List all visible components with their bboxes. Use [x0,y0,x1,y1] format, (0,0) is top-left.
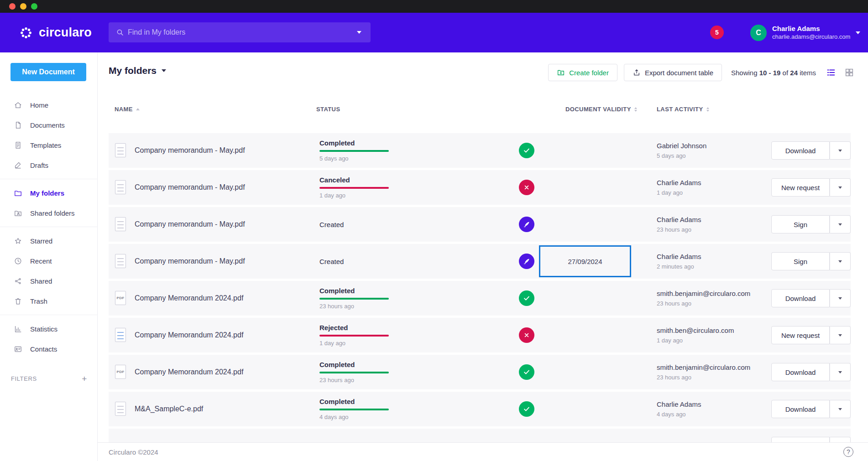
document-validity-cell[interactable] [539,319,631,351]
status-cell: Completed 5 days ago [319,133,389,168]
row-action-button[interactable]: New request [771,326,830,344]
user-menu[interactable]: C Charlie Adams charlie.adams@circularo.… [750,25,860,41]
new-document-button[interactable]: New Document [10,63,86,81]
chevron-down-icon [838,260,842,263]
notification-badge[interactable]: 5 [710,26,724,39]
templates-icon [14,141,22,150]
chevron-down-icon [838,186,842,189]
sidebar-item-statistics[interactable]: Statistics [0,319,97,339]
row-action-dropdown[interactable] [830,178,851,197]
column-header-last-activity[interactable]: LAST ACTIVITY [657,106,709,113]
sidebar-item-shared-folders[interactable]: Shared folders [0,203,97,223]
sidebar-item-home[interactable]: Home [0,95,97,115]
document-validity-cell[interactable] [539,393,631,425]
filters-section: FILTERS + [11,374,87,383]
table-row[interactable]: Company memorandum - May.pdf Created 27/… [109,244,851,279]
row-action-dropdown[interactable] [830,400,851,418]
search-input[interactable] [124,28,348,36]
list-view-button[interactable] [826,67,836,78]
sidebar-item-documents[interactable]: Documents [0,115,97,135]
list-view-icon [826,67,836,78]
document-validity-cell-selected[interactable]: 27/09/2024 [539,245,631,277]
sidebar-item-shared[interactable]: Shared [0,271,97,291]
row-action-button[interactable]: Download [771,363,830,381]
row-action-dropdown[interactable] [830,215,851,233]
sidebar-item-contacts[interactable]: Contacts [0,339,97,359]
row-action-dropdown[interactable] [830,141,851,160]
sign-status-badge-icon [519,217,534,232]
table-row[interactable]: PDF Company Memorandum 2024.pdf Complete… [109,281,851,316]
minimize-button[interactable] [20,3,26,10]
avatar: C [750,25,767,41]
sidebar-divider [0,227,97,227]
document-name: Company memorandum - May.pdf [135,220,245,228]
row-action-group: Download [771,289,851,307]
sidebar-divider [0,315,97,315]
column-header-status[interactable]: STATUS [316,106,340,113]
row-action-dropdown[interactable] [830,252,851,270]
page-title: My folders [109,65,157,76]
table-row[interactable]: M&A_SampleC-e.pdf Completed 4 days ago C… [109,392,851,426]
sign-status-badge-icon [519,254,534,269]
document-validity-cell[interactable] [539,356,631,388]
status-cell: Rejected 1 day ago [319,318,389,352]
table-row[interactable]: PDF Company Memorandum 2024.pdf Complete… [109,355,851,389]
status-cell: Completed 4 days ago [319,392,389,426]
row-action-button[interactable]: Sign [771,215,830,233]
footer: Circularo ©2024 ? [98,442,868,461]
pdf-icon-label: PDF [115,296,125,300]
row-action-button[interactable]: Sign [771,252,830,270]
row-action-button[interactable]: New request [771,178,830,197]
document-validity-cell[interactable] [539,135,631,166]
document-validity-cell[interactable] [539,282,631,314]
grid-view-button[interactable] [844,67,854,78]
document-validity-cell[interactable] [539,171,631,203]
table-header: NAME STATUS DOCUMENT VALIDITY LAST ACTIV… [109,104,851,118]
last-activity-time: 23 hours ago [657,374,750,381]
folder-plus-icon [557,68,565,77]
document-name: Company Memorandum 2024.pdf [135,368,243,376]
table-row[interactable]: Company memorandum - May.pdf Canceled 1 … [109,170,851,205]
status-progress-bar [319,187,389,189]
check-status-badge-icon [519,364,534,380]
row-action-dropdown[interactable] [830,363,851,381]
page-title-dropdown[interactable]: My folders [109,65,166,76]
add-filter-button[interactable]: + [82,374,87,383]
sidebar-item-recent[interactable]: Recent [0,251,97,271]
column-header-name[interactable]: NAME [115,106,140,113]
export-document-table-button[interactable]: Export document table [624,64,722,81]
table-row[interactable]: Company memorandum - May.pdf Completed 5… [109,133,851,168]
search-scope-dropdown[interactable] [348,22,371,42]
pdf-file-icon: PDF [115,291,126,305]
sidebar-item-drafts[interactable]: Drafts [0,155,97,175]
showing-range: 10 - 19 [759,69,781,77]
document-validity-value: 27/09/2024 [568,258,602,265]
document-validity-cell[interactable] [539,208,631,240]
sidebar-nav: Home Documents Templates Drafts My folde… [0,95,97,359]
zoom-button[interactable] [31,3,37,10]
row-action-button[interactable]: Download [771,141,830,160]
sidebar-item-templates[interactable]: Templates [0,135,97,155]
help-button[interactable]: ? [843,447,853,457]
row-action-dropdown[interactable] [830,289,851,307]
trash-icon [14,297,22,306]
table-row[interactable]: Company memorandum - May.pdf Created Cha… [109,207,851,242]
row-action-button[interactable]: Download [771,400,830,418]
row-action-dropdown[interactable] [830,326,851,344]
sidebar-item-starred[interactable]: Starred [0,231,97,251]
close-button[interactable] [9,3,16,10]
sidebar-item-trash[interactable]: Trash [0,291,97,311]
document-file-icon [115,180,126,194]
last-activity-name: Charlie Adams [657,179,701,186]
status-time: 4 days ago [319,414,389,420]
sort-asc-icon [136,108,140,110]
brand-name: circularo [39,26,92,40]
table-row[interactable]: Company Memorandum 2024.pdf Rejected 1 d… [109,318,851,352]
row-action-button[interactable]: Download [771,289,830,307]
create-folder-button[interactable]: Create folder [548,64,617,81]
last-activity-cell: smith.benjamin@circularo.com 23 hours ag… [657,281,750,316]
row-action-group: Sign [771,215,851,233]
export-label: Export document table [645,69,713,77]
sidebar-item-my-folders[interactable]: My folders [0,183,97,203]
column-header-document-validity[interactable]: DOCUMENT VALIDITY [565,106,637,113]
